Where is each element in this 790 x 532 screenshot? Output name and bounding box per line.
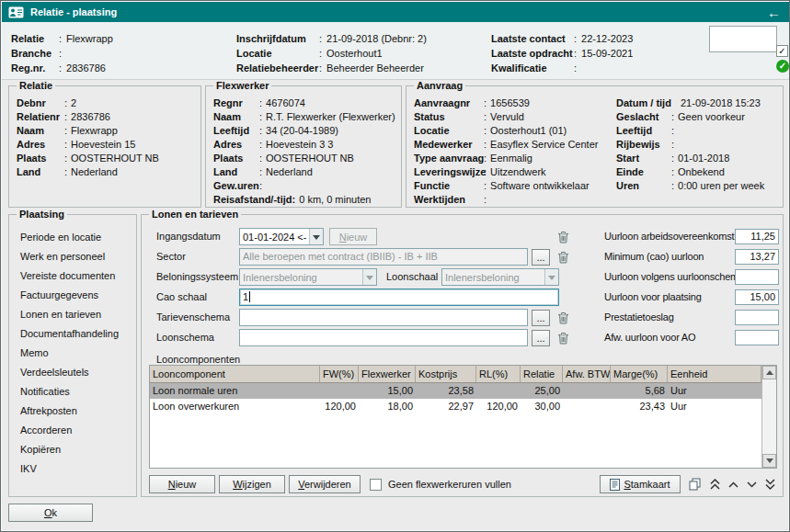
aanvraag-legend: Aanvraag (414, 80, 465, 92)
sidebar-item-periode-en-locatie[interactable]: Periode en locatie (9, 228, 136, 247)
flexwerker-legend: Flexwerker (213, 80, 271, 92)
field-value: Easyflex Service Center (490, 138, 598, 152)
loonschema-input[interactable] (239, 329, 528, 346)
uurloon-arbeidsovereenkomst-input[interactable]: 11,25 (735, 229, 779, 244)
field-label: Laatste contact (491, 31, 574, 46)
field-label: Relatienr (17, 110, 64, 124)
sector-label: Sector (156, 248, 186, 266)
table-cell: 15,00 (359, 383, 416, 399)
plaatsing-sidebar: Plaatsing Periode en locatie Werk en per… (8, 214, 137, 497)
afw-uurloon-ao-input[interactable] (735, 330, 779, 345)
field-label: Inschrijfdatum (236, 31, 319, 46)
triangle-up-icon (766, 367, 773, 375)
sidebar-item-notificaties[interactable]: Notificaties (9, 382, 136, 402)
ingangsdatum-delete-button[interactable] (555, 229, 571, 245)
field-label: Werktijden (414, 193, 484, 207)
field-value: 21-09-2018 15:23 (681, 96, 761, 110)
field-label: Relatie (11, 31, 59, 46)
sidebar-item-accorderen[interactable]: Accorderen (9, 421, 136, 440)
move-top-button[interactable] (706, 476, 723, 492)
field-value: Oosterhout1 (01) (490, 124, 567, 138)
copy-button[interactable] (686, 476, 703, 492)
header-column-1: RelatieFlexwrapp Branche Reg.nr.2836786 (11, 31, 113, 75)
scroll-down-button[interactable] (762, 454, 776, 468)
field-label: Aanvraagnr (414, 96, 484, 110)
table-cell: Loon normale uren (150, 383, 320, 399)
move-up-button[interactable] (725, 476, 741, 492)
sidebar-item-aftrekposten[interactable]: Aftrekposten (9, 402, 136, 421)
sidebar-item-verdeelsleutels[interactable]: Verdeelsleutels (9, 363, 136, 382)
sidebar-item-factuurgegevens[interactable]: Factuurgegevens (9, 286, 136, 305)
tarievenschema-delete-button[interactable] (555, 310, 571, 326)
copy-icon (689, 478, 701, 491)
table-cell: Loon overwerkuren (150, 399, 320, 414)
table-scrollbar[interactable] (761, 366, 776, 468)
tarievenschema-input[interactable] (239, 309, 528, 326)
ok-button[interactable]: Ok (8, 504, 93, 522)
field-value: Uitzendwerk (490, 165, 546, 179)
sidebar-item-kopieren[interactable]: Kopiëren (9, 440, 136, 459)
table-cell: 18,00 (359, 399, 416, 414)
beloningssysteem-value: Inlenersbeloning (240, 272, 362, 283)
looncomponenten-row[interactable]: Loon normale uren 15,00 23,58 25,00 5,68… (150, 383, 776, 399)
trash-icon (557, 231, 569, 243)
back-arrow-button[interactable]: ← (764, 5, 784, 20)
field-value: Oosterhout1 (326, 46, 383, 61)
field-label: Laatste opdracht (491, 46, 574, 61)
loonschema-delete-button[interactable] (555, 330, 571, 346)
field-label: Functie (414, 179, 484, 193)
stamkaart-icon (610, 479, 620, 491)
sidebar-item-ikv[interactable]: IKV (9, 459, 136, 479)
chevron-down-icon (747, 481, 757, 488)
sector-delete-button[interactable] (555, 249, 571, 266)
table-cell: 22,97 (416, 399, 476, 414)
field-label: Status (414, 110, 484, 124)
afw-uurloon-ao-label: Afw. uurloon voor AO (604, 329, 695, 346)
sidebar-item-lonen-en-tarieven[interactable]: Lonen en tarieven (9, 305, 136, 324)
sidebar-item-documentafhandeling[interactable]: Documentafhandeling (9, 324, 136, 344)
field-value: Onbekend (678, 165, 725, 179)
window-title: Relatie - plaatsing (30, 6, 764, 17)
sidebar-item-vereiste-documenten[interactable]: Vereiste documenten (9, 266, 136, 286)
wijzigen-button[interactable]: Wijzigen (219, 475, 285, 493)
column-header: FW(%) (320, 366, 359, 382)
uurloon-plaatsing-input[interactable]: 15,00 (735, 289, 779, 305)
field-label: Leeftijd (213, 124, 259, 138)
field-label: Leeftijd (616, 124, 671, 138)
lonen-en-tarieven-legend: Lonen en tarieven (149, 209, 241, 221)
field-label: Naam (213, 110, 259, 124)
relatie-legend: Relatie (17, 80, 55, 92)
sidebar-item-memo[interactable]: Memo (9, 344, 136, 363)
move-down-button[interactable] (743, 476, 760, 492)
uurloon-uurloonschema-input[interactable] (735, 269, 779, 285)
ingangsdatum-nieuw-button: Nieuw (329, 228, 377, 245)
field-label: Leveringswijze (414, 165, 484, 179)
loonschema-browse-button[interactable]: ... (532, 330, 550, 346)
geen-flexwerkeruren-checkbox[interactable] (370, 479, 382, 491)
field-label: Locatie (236, 46, 319, 61)
field-label: Einde (616, 165, 671, 179)
field-value: 01-01-2018 (678, 152, 729, 165)
nieuw-button[interactable]: Nieuw (149, 475, 215, 493)
prestatietoeslag-input[interactable] (735, 310, 779, 325)
field-value: Nederland (71, 165, 118, 179)
stamkaart-button[interactable]: Stamkaart (600, 475, 681, 493)
header-checkbox[interactable]: ✓ (776, 45, 788, 57)
tarievenschema-label: Tarievenschema (156, 309, 230, 326)
sector-browse-button[interactable]: ... (532, 249, 550, 266)
verwijderen-button[interactable]: Verwijderen (289, 475, 361, 493)
field-value: 21-09-2018 (Debnr: 2) (326, 31, 427, 46)
looncomponenten-table: Looncomponent FW(%) Flexwerker Kostprijs… (149, 365, 777, 469)
move-bottom-button[interactable] (761, 476, 778, 492)
cao-schaal-input[interactable]: 1 (239, 289, 559, 306)
table-cell: 23,58 (416, 383, 476, 399)
loonschema-label: Loonschema (156, 329, 214, 346)
minimum-cao-uurloon-input[interactable]: 13,27 (735, 249, 779, 265)
sidebar-item-werk-en-personeel[interactable]: Werk en personeel (9, 247, 136, 266)
loonschaal-value: Inlenersbeloning (442, 272, 544, 283)
field-value: Geen voorkeur (678, 110, 745, 124)
tarievenschema-browse-button[interactable]: ... (532, 310, 550, 326)
scroll-up-button[interactable] (762, 366, 776, 379)
ingangsdatum-select[interactable]: 01-01-2024 <- (239, 228, 324, 245)
looncomponenten-row[interactable]: Loon overwerkuren 120,00 18,00 22,97 120… (150, 399, 776, 414)
